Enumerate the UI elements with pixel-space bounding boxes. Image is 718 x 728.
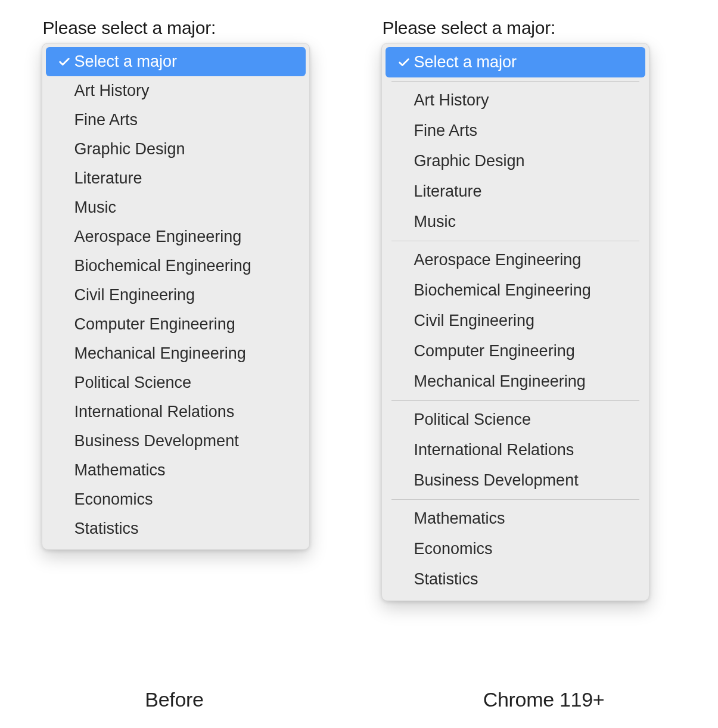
after-option[interactable]: Mechanical Engineering [386, 366, 645, 397]
after-option[interactable]: Literature [386, 176, 645, 207]
before-option[interactable]: Economics [46, 485, 306, 514]
option-label: Biochemical Engineering [414, 282, 591, 298]
after-column: Please select a major: Select a major Ar… [380, 18, 678, 601]
before-option[interactable]: International Relations [46, 397, 306, 427]
before-option[interactable]: Mechanical Engineering [46, 339, 306, 368]
group-divider [391, 241, 639, 241]
after-prompt-label: Please select a major: [383, 18, 556, 38]
option-label: Civil Engineering [74, 287, 195, 303]
after-option-list: Select a major Art History Fine Arts Gra… [386, 47, 645, 595]
before-option[interactable]: Civil Engineering [46, 281, 306, 310]
option-label: Art History [414, 92, 489, 108]
before-option[interactable]: Mathematics [46, 456, 306, 485]
option-label: Graphic Design [414, 153, 525, 169]
option-label: Computer Engineering [74, 316, 235, 332]
option-label: Political Science [74, 375, 192, 391]
before-option[interactable]: Statistics [46, 514, 306, 543]
option-label: Business Development [74, 433, 239, 449]
before-prompt-label: Please select a major: [43, 18, 216, 38]
before-option[interactable]: Political Science [46, 368, 306, 397]
option-label: Fine Arts [414, 123, 478, 139]
after-caption: Chrome 119+ [455, 688, 633, 711]
caption-row: Before Chrome 119+ [0, 688, 718, 711]
group-divider [391, 81, 639, 82]
after-option[interactable]: Economics [386, 534, 645, 564]
option-label: Economics [414, 541, 493, 557]
before-caption: Before [85, 688, 264, 711]
before-option[interactable]: Fine Arts [46, 105, 306, 135]
option-label: Statistics [74, 521, 139, 537]
after-option[interactable]: Mathematics [386, 503, 645, 534]
after-option[interactable]: Computer Engineering [386, 336, 645, 366]
option-label: International Relations [74, 404, 235, 420]
option-label: Select a major [414, 54, 517, 70]
option-label: Music [414, 214, 456, 230]
option-label: Political Science [414, 412, 531, 428]
checkmark-icon [394, 56, 414, 69]
after-option[interactable]: Graphic Design [386, 146, 645, 176]
option-label: Music [74, 200, 117, 216]
after-option[interactable]: Fine Arts [386, 116, 645, 146]
before-option[interactable]: Literature [46, 164, 306, 193]
before-select-menu[interactable]: Select a major Art History Fine Arts Gra… [42, 43, 310, 550]
option-label: Literature [414, 183, 482, 200]
after-select-menu[interactable]: Select a major Art History Fine Arts Gra… [381, 43, 649, 601]
before-column: Please select a major: Select a major Ar… [41, 18, 338, 601]
option-label: Graphic Design [74, 141, 185, 157]
columns: Please select a major: Select a major Ar… [0, 18, 718, 601]
option-label: Mechanical Engineering [74, 346, 246, 362]
before-option[interactable]: Aerospace Engineering [46, 222, 306, 251]
after-option-selected[interactable]: Select a major [386, 47, 645, 77]
option-label: Mathematics [414, 511, 505, 527]
after-option[interactable]: Biochemical Engineering [386, 275, 645, 306]
option-label: Literature [74, 170, 142, 186]
option-label: Biochemical Engineering [74, 258, 251, 274]
option-label: Aerospace Engineering [414, 252, 582, 268]
option-label: Select a major [74, 54, 178, 70]
option-label: International Relations [414, 442, 574, 458]
option-label: Aerospace Engineering [74, 229, 242, 245]
option-label: Computer Engineering [414, 343, 575, 359]
after-option[interactable]: Business Development [386, 465, 645, 496]
before-option-list: Select a major Art History Fine Arts Gra… [46, 47, 306, 543]
before-option-selected[interactable]: Select a major [46, 47, 306, 76]
checkmark-icon [54, 55, 74, 69]
option-label: Fine Arts [74, 112, 138, 128]
option-label: Economics [74, 491, 153, 508]
after-option[interactable]: Civil Engineering [386, 306, 645, 336]
after-option[interactable]: International Relations [386, 435, 645, 465]
after-option[interactable]: Political Science [386, 405, 645, 435]
after-option[interactable]: Statistics [386, 564, 645, 595]
comparison-stage: Please select a major: Select a major Ar… [0, 0, 718, 728]
after-option[interactable]: Aerospace Engineering [386, 245, 645, 275]
after-option[interactable]: Music [386, 207, 645, 237]
option-label: Statistics [414, 571, 478, 587]
option-label: Mathematics [74, 462, 166, 478]
group-divider [391, 400, 639, 401]
before-option[interactable]: Art History [46, 76, 306, 105]
before-option[interactable]: Graphic Design [46, 135, 306, 164]
after-option[interactable]: Art History [386, 85, 645, 116]
option-label: Business Development [414, 472, 579, 489]
before-option[interactable]: Music [46, 193, 306, 222]
before-option[interactable]: Computer Engineering [46, 310, 306, 339]
option-label: Art History [74, 83, 150, 99]
before-option[interactable]: Business Development [46, 427, 306, 456]
before-option[interactable]: Biochemical Engineering [46, 251, 306, 281]
option-label: Civil Engineering [414, 313, 535, 329]
option-label: Mechanical Engineering [414, 374, 586, 390]
group-divider [391, 499, 639, 500]
